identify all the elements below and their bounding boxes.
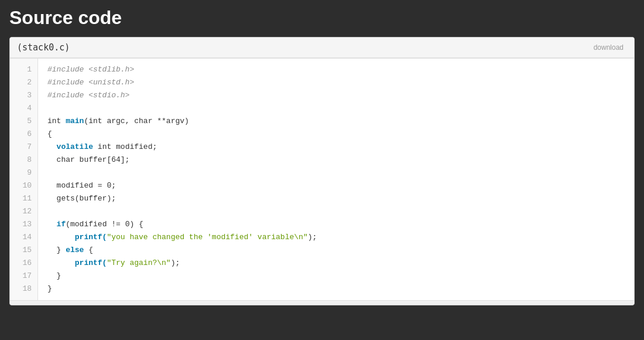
line-number: 2 <box>10 76 37 89</box>
code-line: int main(int argc, char **argv) <box>47 115 634 128</box>
code-comment: #include <stdio.h> <box>47 91 129 100</box>
line-number: 13 <box>10 218 37 231</box>
line-number: 4 <box>10 102 37 115</box>
code-line: #include <stdio.h> <box>47 89 634 102</box>
code-body: 123456789101112131415161718 #include <st… <box>10 59 634 300</box>
line-number: 11 <box>10 192 37 205</box>
code-line <box>47 102 634 115</box>
line-number: 7 <box>10 141 37 154</box>
code-line: printf("Try again?\n"); <box>47 257 634 270</box>
line-number: 6 <box>10 128 37 141</box>
code-line <box>47 205 634 218</box>
line-number: 5 <box>10 115 37 128</box>
line-number: 15 <box>10 244 37 257</box>
download-button[interactable]: download <box>590 42 627 53</box>
scrollbar-hint <box>10 300 634 305</box>
line-number: 1 <box>10 63 37 76</box>
page-header: Source code <box>0 0 644 37</box>
line-number: 9 <box>10 166 37 179</box>
code-line: #include <unistd.h> <box>47 76 634 89</box>
code-line: printf("you have changed the 'modified' … <box>47 231 634 244</box>
code-line: } <box>47 283 634 295</box>
page-title: Source code <box>9 7 635 29</box>
code-comment: #include <stdlib.h> <box>47 65 134 74</box>
line-number: 14 <box>10 231 37 244</box>
line-number: 3 <box>10 89 37 102</box>
code-line: modified = 0; <box>47 179 634 192</box>
code-comment: #include <unistd.h> <box>47 78 134 87</box>
line-numbers: 123456789101112131415161718 <box>10 59 38 300</box>
line-number: 8 <box>10 154 37 166</box>
line-number: 18 <box>10 283 37 295</box>
code-line: gets(buffer); <box>47 192 634 205</box>
code-content: #include <stdlib.h>#include <unistd.h>#i… <box>38 59 634 300</box>
code-line: volatile int modified; <box>47 141 634 154</box>
line-number: 10 <box>10 179 37 192</box>
line-number: 16 <box>10 257 37 270</box>
code-line: #include <stdlib.h> <box>47 63 634 76</box>
line-number: 12 <box>10 205 37 218</box>
code-line: char buffer[64]; <box>47 154 634 166</box>
file-name: (stack0.c) <box>17 42 70 53</box>
code-container: (stack0.c) download 12345678910111213141… <box>9 37 635 305</box>
code-line: if(modified != 0) { <box>47 218 634 231</box>
code-line: } <box>47 270 634 283</box>
line-number: 17 <box>10 270 37 283</box>
code-line <box>47 166 634 179</box>
code-header: (stack0.c) download <box>10 38 634 59</box>
code-line: } else { <box>47 244 634 257</box>
code-line: { <box>47 128 634 141</box>
